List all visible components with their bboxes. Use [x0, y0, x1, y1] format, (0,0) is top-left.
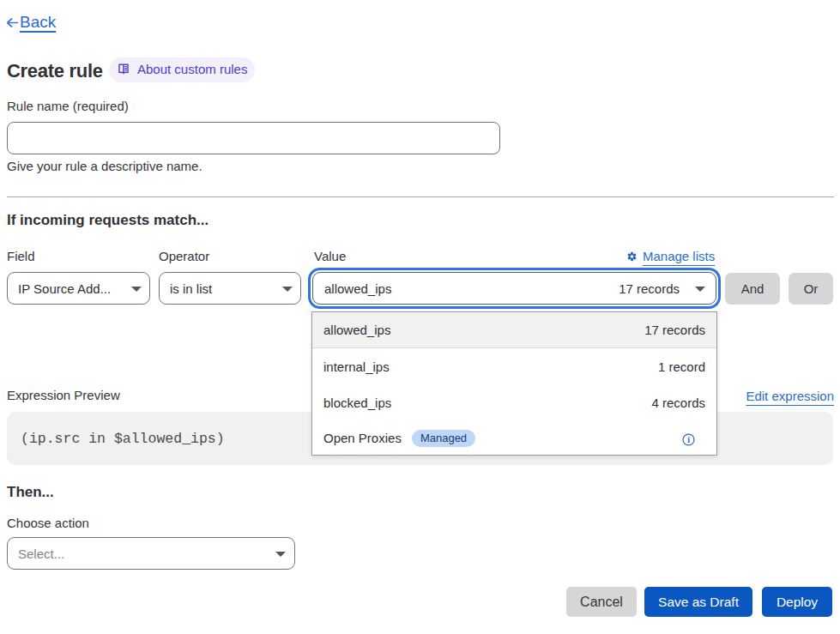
svg-text:i: i: [687, 435, 690, 444]
